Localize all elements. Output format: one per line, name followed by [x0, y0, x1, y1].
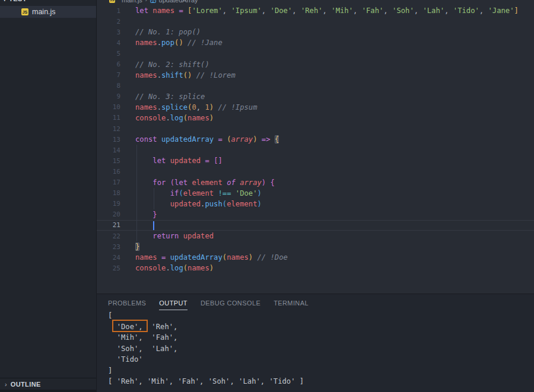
code-line[interactable]: 2 — [97, 16, 534, 27]
breadcrumb-symbol[interactable]: updatedArray — [159, 0, 198, 4]
code-line[interactable]: 21 — [97, 220, 534, 231]
code-line[interactable]: 19 updated.push(element) — [97, 199, 534, 209]
code-line[interactable]: 6// No. 2: shift() — [97, 59, 534, 69]
line-number: 12 — [97, 125, 120, 133]
line-number: 9 — [97, 93, 120, 100]
panel-tab-output[interactable]: OUTPUT — [159, 299, 187, 310]
code-line[interactable]: 5 — [97, 48, 534, 59]
explorer-sidebar: ▾ TEST JS main.js › OUTLINE — [0, 0, 97, 392]
sidebar-bottom-strip — [0, 390, 96, 392]
code-line[interactable]: 23} — [97, 241, 534, 252]
line-number: 25 — [97, 264, 120, 272]
output-line: ] — [108, 365, 304, 377]
line-number: 2 — [97, 18, 120, 26]
code-text: for (let element of array) { — [120, 179, 275, 187]
code-line[interactable]: 12 — [97, 123, 534, 134]
vscode-window: ▾ TEST JS main.js › OUTLINE JS main.js ›… — [0, 0, 534, 392]
code-line[interactable]: 14 — [97, 145, 534, 155]
code-line[interactable]: 22 return updated — [97, 231, 534, 241]
line-number: 8 — [97, 82, 120, 90]
line-number: 10 — [97, 103, 120, 111]
code-line[interactable]: 17 for (let element of array) { — [97, 177, 534, 188]
line-number: 18 — [97, 189, 120, 197]
code-text: names = updatedArray(names) // !Doe — [120, 253, 288, 262]
code-line[interactable]: 15 let updated = [] — [97, 155, 534, 166]
code-line[interactable]: 16 — [97, 166, 534, 177]
file-item-label: main.js — [32, 8, 56, 16]
output-line: 'Mih', 'Fah', — [108, 332, 304, 343]
line-number: 17 — [97, 179, 120, 186]
line-number: 15 — [97, 157, 120, 165]
code-text: names.shift() // !Lorem — [120, 71, 236, 79]
code-text: } — [120, 211, 157, 219]
line-number: 14 — [97, 146, 120, 154]
chevron-right-icon: › — [145, 0, 147, 3]
line-number: 1 — [97, 7, 120, 15]
line-number: 23 — [97, 243, 120, 251]
output-line: 'Soh', 'Lah', — [108, 343, 304, 355]
code-editor[interactable]: 1let names = ['Lorem', 'Ipsum', 'Doe', '… — [97, 5, 534, 294]
code-text: let updated = [] — [120, 157, 223, 165]
code-line[interactable]: 18 if(element !== 'Doe') — [97, 188, 534, 199]
code-line[interactable]: 7names.shift() // !Lorem — [97, 70, 534, 81]
code-text: console.log(names) — [120, 264, 214, 272]
folder-header-test[interactable]: ▾ TEST — [0, 0, 96, 4]
text-cursor — [153, 221, 154, 230]
indent-guide — [136, 145, 137, 241]
bottom-panel: PROBLEMSOUTPUTDEBUG CONSOLETERMINAL [ 'D… — [97, 294, 534, 392]
line-number: 5 — [97, 50, 120, 58]
js-file-icon: JS — [109, 0, 115, 3]
line-number: 4 — [97, 39, 120, 47]
code-text: if(element !== 'Doe') — [120, 189, 262, 197]
chevron-right-icon: › — [5, 381, 7, 388]
file-item-mainjs[interactable]: JS main.js — [0, 6, 96, 18]
line-number: 7 — [97, 71, 120, 79]
output-line: 'Tido' — [108, 354, 304, 365]
code-line[interactable]: 8 — [97, 81, 534, 91]
code-line[interactable]: 4names.pop() // !Jane — [97, 37, 534, 48]
code-line[interactable]: 20 } — [97, 209, 534, 220]
output-line: 'Doe', 'Reh', — [108, 321, 304, 333]
line-number: 24 — [97, 254, 120, 262]
code-text: // No. 2: shift() — [120, 60, 209, 69]
code-line[interactable]: 11console.log(names) — [97, 113, 534, 123]
code-line[interactable]: 10names.splice(0, 1) // !Ipsum — [97, 102, 534, 113]
outline-section-header[interactable]: › OUTLINE — [0, 378, 96, 390]
line-number: 16 — [97, 168, 120, 176]
line-number: 20 — [97, 211, 120, 218]
line-number: 13 — [97, 136, 120, 144]
code-line[interactable]: 9// No. 3: splice — [97, 91, 534, 102]
panel-tab-problems[interactable]: PROBLEMS — [108, 299, 146, 310]
line-number: 21 — [97, 221, 120, 229]
chevron-down-icon: ▾ — [3, 0, 7, 3]
outline-label: OUTLINE — [11, 381, 41, 388]
panel-tab-terminal[interactable]: TERMINAL — [274, 299, 309, 310]
code-text: return updated — [120, 232, 214, 240]
code-text: const updatedArray = (array) => { — [120, 135, 279, 144]
indent-guide — [154, 188, 154, 209]
breadcrumb-file[interactable]: main.js — [122, 0, 142, 4]
code-line[interactable]: 25console.log(names) — [97, 263, 534, 273]
line-number: 22 — [97, 232, 120, 240]
code-text: // No. 1: pop() — [120, 28, 201, 36]
code-text: } — [120, 243, 139, 251]
code-line[interactable]: 3// No. 1: pop() — [97, 27, 534, 37]
folder-name: TEST — [9, 0, 27, 2]
breadcrumb[interactable]: JS main.js › {} updatedArray — [97, 0, 534, 5]
code-line[interactable]: 13const updatedArray = (array) => { — [97, 134, 534, 145]
output-line: [ 'Reh', 'Mih', 'Fah', 'Soh', 'Lah', 'Ti… — [108, 376, 304, 387]
panel-tab-bar: PROBLEMSOUTPUTDEBUG CONSOLETERMINAL — [97, 294, 534, 310]
code-text: let names = ['Lorem', 'Ipsum', 'Doe', 'R… — [120, 7, 519, 15]
code-line[interactable]: 1let names = ['Lorem', 'Ipsum', 'Doe', '… — [97, 5, 534, 16]
code-text: // No. 3: splice — [120, 93, 205, 101]
code-text: names.splice(0, 1) // !Ipsum — [120, 103, 258, 111]
code-text: names.pop() // !Jane — [120, 39, 223, 47]
code-line[interactable]: 24names = updatedArray(names) // !Doe — [97, 252, 534, 263]
line-number: 6 — [97, 60, 120, 68]
line-number: 11 — [97, 114, 120, 122]
output-line: [ — [108, 310, 304, 321]
symbol-icon: {} — [150, 0, 155, 3]
code-text: console.log(names) — [120, 114, 214, 122]
panel-tab-debug-console[interactable]: DEBUG CONSOLE — [201, 299, 260, 310]
output-console[interactable]: [ 'Doe', 'Reh', 'Mih', 'Fah', 'Soh', 'La… — [108, 310, 304, 387]
